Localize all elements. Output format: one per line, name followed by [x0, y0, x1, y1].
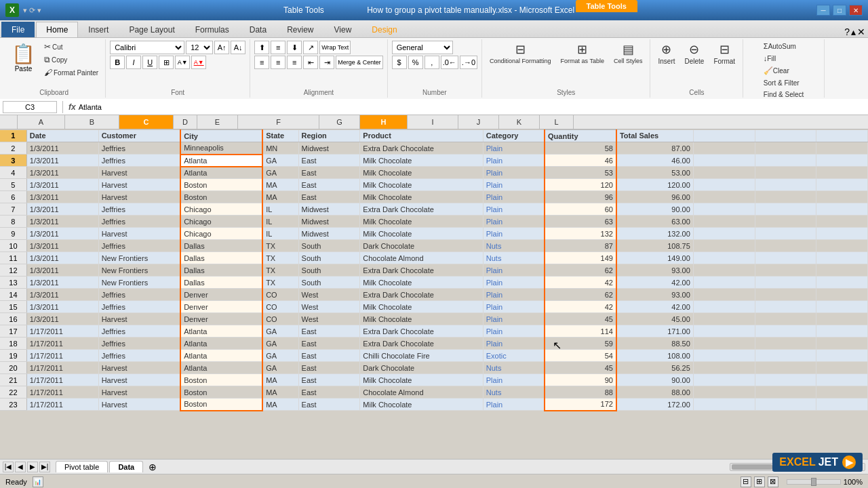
cell-e19[interactable]: East	[298, 350, 360, 362]
cell-h1[interactable]: Quantity	[545, 130, 616, 142]
cell-k2[interactable]	[755, 142, 816, 155]
cell-e3[interactable]: East	[298, 155, 360, 167]
col-header-g[interactable]: G	[319, 115, 360, 129]
cell-h13[interactable]: 42	[545, 277, 616, 289]
cell-a8[interactable]: 1/3/2011	[26, 216, 98, 228]
cell-d23[interactable]: MA	[262, 399, 298, 411]
cell-l7[interactable]	[816, 203, 868, 216]
cell-j9[interactable]	[693, 228, 755, 240]
cell-l13[interactable]	[816, 277, 868, 289]
cell-f18[interactable]: Extra Dark Chocolate	[360, 338, 483, 350]
cell-g1[interactable]: Category	[483, 130, 545, 142]
cell-j12[interactable]	[693, 264, 755, 277]
cell-c7[interactable]: Chicago	[180, 203, 262, 216]
cell-k23[interactable]	[755, 399, 816, 411]
cell-a12[interactable]: 1/3/2011	[26, 264, 98, 277]
cell-f7[interactable]: Extra Dark Chocolate	[360, 203, 483, 216]
normal-view-button[interactable]: ⊟	[741, 476, 751, 487]
cell-c10[interactable]: Dallas	[180, 240, 262, 252]
cell-h12[interactable]: 62	[545, 264, 616, 277]
cell-e18[interactable]: East	[298, 338, 360, 350]
cell-h3[interactable]: 46	[545, 155, 616, 167]
cell-j2[interactable]	[693, 142, 755, 155]
delete-button[interactable]: ⊖ Delete	[682, 41, 708, 67]
cell-g4[interactable]: Plain	[483, 167, 545, 179]
cell-k21[interactable]	[755, 374, 816, 386]
cell-g18[interactable]: Plain	[483, 338, 545, 350]
cell-b13[interactable]: New Frontiers	[98, 277, 180, 289]
sheet-tab-pivot[interactable]: Pivot table	[56, 461, 108, 472]
cell-i19[interactable]: 108.00	[616, 350, 693, 362]
cell-j8[interactable]	[693, 216, 755, 228]
restore-button[interactable]: □	[833, 5, 846, 16]
cell-f6[interactable]: Milk Chocolate	[360, 191, 483, 203]
cell-a23[interactable]: 1/17/2011	[26, 399, 98, 411]
cell-f5[interactable]: Milk Chocolate	[360, 179, 483, 191]
cell-b17[interactable]: Jeffries	[98, 325, 180, 338]
cell-d5[interactable]: MA	[262, 179, 298, 191]
cell-j21[interactable]	[693, 374, 755, 386]
cell-f14[interactable]: Extra Dark Chocolate	[360, 289, 483, 301]
cell-g3[interactable]: Plain	[483, 155, 545, 167]
cell-e12[interactable]: South	[298, 264, 360, 277]
col-header-c[interactable]: C	[119, 115, 174, 129]
cell-j10[interactable]	[693, 240, 755, 252]
cell-i3[interactable]: 46.00	[616, 155, 693, 167]
cell-b18[interactable]: Jeffries	[98, 338, 180, 350]
align-middle-button[interactable]: ≡	[271, 41, 285, 54]
cell-g5[interactable]: Plain	[483, 179, 545, 191]
cell-i23[interactable]: 172.00	[616, 399, 693, 411]
tab-page-layout[interactable]: Page Layout	[119, 22, 184, 37]
cell-e5[interactable]: East	[298, 179, 360, 191]
cell-l11[interactable]	[816, 252, 868, 264]
cell-b11[interactable]: New Frontiers	[98, 252, 180, 264]
cell-g2[interactable]: Plain	[483, 142, 545, 155]
cell-l16[interactable]	[816, 313, 868, 325]
cell-j5[interactable]	[693, 179, 755, 191]
col-header-d[interactable]: D	[174, 115, 197, 129]
cell-h21[interactable]: 90	[545, 374, 616, 386]
cell-e10[interactable]: South	[298, 240, 360, 252]
cell-g7[interactable]: Plain	[483, 203, 545, 216]
cell-b23[interactable]: Harvest	[98, 399, 180, 411]
cell-c22[interactable]: Boston	[180, 386, 262, 399]
cell-j14[interactable]	[693, 289, 755, 301]
cell-j7[interactable]	[693, 203, 755, 216]
cell-d7[interactable]: IL	[262, 203, 298, 216]
cell-d16[interactable]: CO	[262, 313, 298, 325]
cell-h14[interactable]: 62	[545, 289, 616, 301]
align-top-button[interactable]: ⬆	[254, 41, 269, 54]
cell-g6[interactable]: Plain	[483, 191, 545, 203]
cell-f23[interactable]: Milk Chocolate	[360, 399, 483, 411]
fill-button[interactable]: ↓ Fill	[761, 53, 778, 64]
cell-l5[interactable]	[816, 179, 868, 191]
cell-k22[interactable]	[755, 386, 816, 399]
cell-k5[interactable]	[755, 179, 816, 191]
cell-k16[interactable]	[755, 313, 816, 325]
cell-g16[interactable]: Plain	[483, 313, 545, 325]
cell-l23[interactable]	[816, 399, 868, 411]
cell-d10[interactable]: TX	[262, 240, 298, 252]
cell-l4[interactable]	[816, 167, 868, 179]
tab-design[interactable]: Design	[361, 22, 407, 37]
cell-e7[interactable]: Midwest	[298, 203, 360, 216]
cell-i21[interactable]: 90.00	[616, 374, 693, 386]
cell-g9[interactable]: Plain	[483, 228, 545, 240]
cell-k13[interactable]	[755, 277, 816, 289]
format-as-table-button[interactable]: ⊞ Format as Table	[557, 41, 608, 66]
cell-f13[interactable]: Milk Chocolate	[360, 277, 483, 289]
sheet-tab-data[interactable]: Data	[109, 461, 143, 472]
cell-h15[interactable]: 42	[545, 301, 616, 313]
cell-a10[interactable]: 1/3/2011	[26, 240, 98, 252]
cell-c16[interactable]: Denver	[180, 313, 262, 325]
cell-a19[interactable]: 1/17/2011	[26, 350, 98, 362]
cell-i6[interactable]: 96.00	[616, 191, 693, 203]
cell-i4[interactable]: 53.00	[616, 167, 693, 179]
cell-h4[interactable]: 53	[545, 167, 616, 179]
first-sheet-button[interactable]: |◀	[3, 462, 14, 472]
cell-g8[interactable]: Plain	[483, 216, 545, 228]
page-layout-view-button[interactable]: ⊞	[754, 476, 765, 487]
tab-formulas[interactable]: Formulas	[185, 22, 239, 37]
cell-b1[interactable]: Customer	[98, 130, 180, 142]
cell-a17[interactable]: 1/17/2011	[26, 325, 98, 338]
